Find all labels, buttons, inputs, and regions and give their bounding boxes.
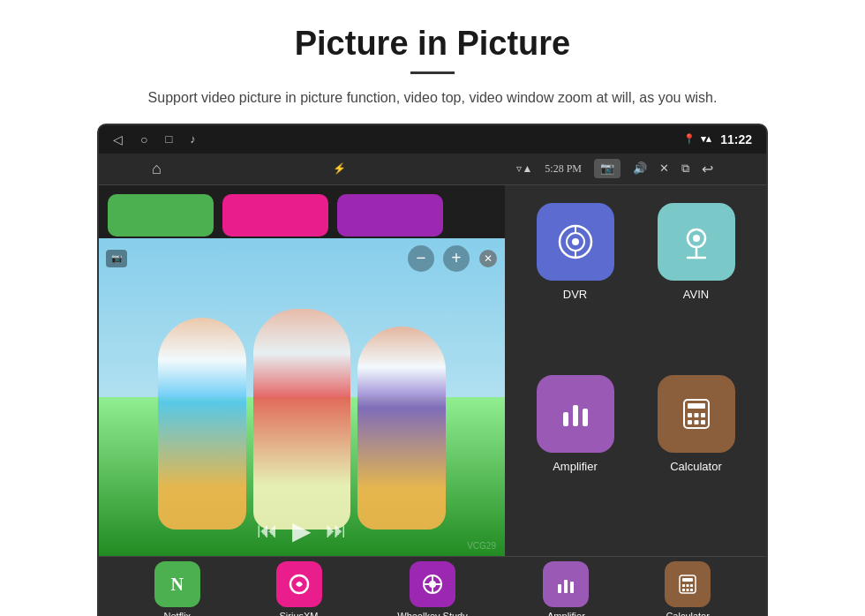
calculator-label: Calculator — [670, 460, 722, 473]
svg-point-24 — [429, 581, 436, 588]
pip-video[interactable]: 📷 − + ✕ — [99, 238, 505, 556]
music-icon[interactable]: ♪ — [190, 132, 196, 146]
title-divider — [410, 71, 455, 74]
people-figures — [99, 300, 505, 530]
amplifier-icon-bg — [537, 375, 614, 453]
camera-icon[interactable]: 📷 — [594, 159, 621, 178]
play-pause-btn[interactable]: ▶ — [292, 516, 312, 545]
calculator-icon-bg — [658, 375, 735, 453]
svg-rect-17 — [694, 413, 698, 417]
recents-icon[interactable]: □ — [165, 132, 172, 146]
svg-rect-18 — [701, 413, 705, 417]
usb-icon: ⚡ — [333, 162, 346, 176]
page-header: Picture in Picture Support video picture… — [0, 0, 865, 124]
dvr-svg-icon — [556, 222, 595, 261]
bottom-amplifier[interactable]: Amplifier — [543, 561, 589, 616]
home-icon[interactable]: ⌂ — [152, 160, 162, 178]
netflix-top-icon[interactable] — [108, 194, 214, 237]
svg-rect-36 — [690, 584, 693, 587]
app-amplifier[interactable]: Amplifier — [519, 375, 631, 538]
svg-rect-29 — [558, 584, 561, 593]
amplifier-svg-icon — [556, 394, 595, 433]
pip-close-icon: ✕ — [478, 249, 498, 268]
amplifier-bottom-icon — [543, 561, 589, 607]
window-icon[interactable]: ⧉ — [681, 162, 689, 176]
amplifier-bottom-label: Amplifier — [547, 611, 585, 616]
svg-rect-12 — [573, 405, 578, 426]
screen-content: 📷 − + ✕ — [99, 185, 766, 556]
status-time: 11:22 — [720, 132, 752, 146]
bottom-netflix[interactable]: N Netflix — [154, 561, 200, 616]
svg-rect-16 — [688, 413, 692, 417]
bottom-calculator[interactable]: Calculator — [665, 561, 711, 616]
location-icon: 📍 — [683, 133, 696, 145]
netflix-n-letter: N — [171, 575, 184, 595]
back-icon[interactable]: ◁ — [113, 132, 123, 146]
person-3 — [357, 327, 446, 530]
person-1 — [158, 318, 246, 530]
svg-rect-20 — [694, 420, 698, 424]
siriusxm-bottom-label: SiriusXM — [280, 611, 319, 616]
volume-icon[interactable]: 🔊 — [633, 162, 647, 176]
svg-rect-11 — [563, 412, 568, 426]
svg-rect-30 — [564, 580, 568, 593]
wheelkey-bottom-label: Wheelkey Study — [397, 611, 467, 616]
avin-svg-icon — [677, 222, 716, 261]
person-2 — [253, 309, 350, 530]
status-bar-left: ◁ ○ □ ♪ — [113, 132, 196, 146]
close-screen-icon[interactable]: ✕ — [659, 162, 669, 176]
amplifier-bottom-svg — [553, 572, 578, 597]
avin-label: AVIN — [683, 288, 709, 301]
siriusxm-bottom-icon — [276, 561, 322, 607]
watermark: VCG29 — [467, 541, 496, 551]
skip-back-btn[interactable]: ⏮ — [257, 518, 278, 543]
svg-rect-15 — [688, 403, 705, 409]
app-avin[interactable]: AVIN — [640, 203, 752, 366]
skip-forward-btn[interactable]: ⏭ — [326, 518, 347, 543]
pip-close-btn[interactable]: ✕ — [478, 248, 498, 268]
svg-rect-37 — [682, 589, 685, 591]
wifi-status-icon: ▿▲ — [516, 162, 532, 176]
netflix-bottom-icon: N — [154, 561, 200, 607]
calculator-bottom-icon — [665, 561, 711, 607]
svg-rect-31 — [570, 582, 574, 593]
top-icons-row — [108, 194, 443, 237]
siriusxm-top-icon[interactable] — [222, 194, 328, 237]
dvr-icon-bg — [537, 203, 614, 281]
svg-point-8 — [693, 235, 700, 242]
app-grid: DVR AVIN — [505, 185, 766, 556]
svg-rect-13 — [583, 409, 588, 426]
svg-rect-38 — [687, 589, 689, 591]
netflix-bottom-label: Netflix — [164, 611, 192, 616]
status-bar-right: 📍 ▾▴ 11:22 — [683, 132, 752, 146]
amplifier-label: Amplifier — [553, 460, 598, 473]
nav-center: ⚡ — [333, 162, 346, 176]
siriusxm-svg-icon — [287, 572, 312, 597]
calculator-bottom-svg — [675, 572, 700, 597]
pip-plus-btn[interactable]: + — [443, 245, 470, 272]
wifi-icon: ▾▴ — [701, 133, 711, 145]
svg-rect-33 — [682, 578, 693, 582]
dvr-label: DVR — [563, 288, 587, 301]
pip-camera-indicator: 📷 — [111, 253, 122, 263]
bottom-wheelkey[interactable]: Wheelkey Study — [397, 561, 467, 616]
wheelkey-top-icon[interactable] — [337, 194, 443, 237]
page-subtitle: Support video picture in picture functio… — [53, 86, 812, 109]
wheelkey-svg-icon — [420, 572, 445, 597]
svg-rect-19 — [688, 420, 692, 424]
app-calculator[interactable]: Calculator — [640, 375, 752, 538]
pip-controls: 📷 − + ✕ — [106, 245, 498, 272]
android-nav-right: ▿▲ 5:28 PM 📷 🔊 ✕ ⧉ ↩ — [516, 159, 713, 178]
svg-text:✕: ✕ — [484, 252, 493, 265]
pip-cam-icon: 📷 — [106, 250, 127, 267]
pip-area: 📷 − + ✕ — [99, 185, 505, 556]
android-nav-bar: ⌂ ⚡ ▿▲ 5:28 PM 📷 🔊 ✕ ⧉ ↩ — [99, 154, 766, 185]
bottom-siriusxm[interactable]: SiriusXM — [276, 561, 322, 616]
home-circle-icon[interactable]: ○ — [140, 132, 147, 146]
nav-time: 5:28 PM — [545, 162, 582, 176]
pip-minus-btn[interactable]: − — [408, 245, 434, 272]
svg-point-4 — [572, 238, 579, 245]
app-dvr[interactable]: DVR — [519, 203, 631, 366]
nav-back-icon[interactable]: ↩ — [702, 161, 713, 177]
page-title: Picture in Picture — [53, 25, 812, 63]
